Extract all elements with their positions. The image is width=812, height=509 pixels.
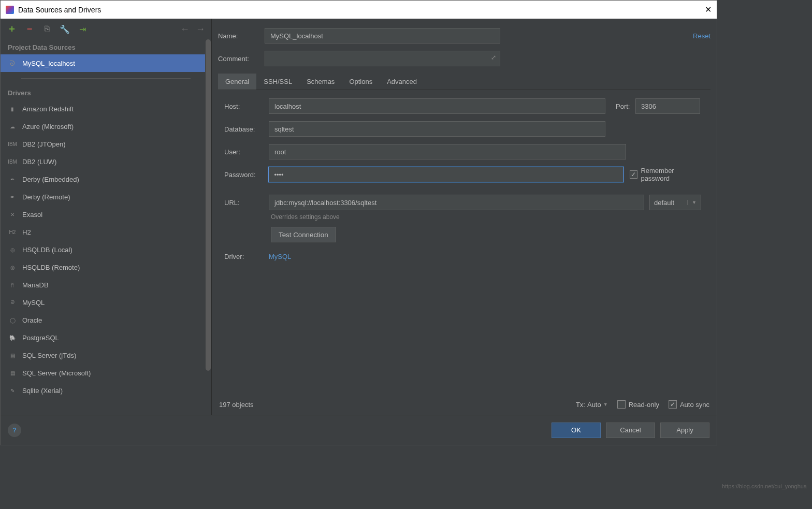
port-input[interactable]: [635, 98, 700, 114]
tab-advanced[interactable]: Advanced: [380, 74, 424, 90]
azure-icon: ☁: [8, 122, 17, 131]
objects-count: 197 objects: [219, 401, 254, 409]
source-item[interactable]: ᘐMySQL_localhost: [1, 54, 211, 72]
autosync-checkbox[interactable]: [669, 400, 677, 409]
drivers-list: ▮Amazon Redshift☁Azure (Microsoft)IBMDB2…: [1, 100, 211, 399]
back-arrow-icon[interactable]: ←: [180, 24, 190, 35]
user-label: User:: [224, 148, 269, 156]
autosync-label: Auto sync: [680, 401, 709, 409]
forward-arrow-icon[interactable]: →: [196, 24, 205, 35]
remove-button[interactable]: −: [24, 24, 35, 34]
driver-label: Sqlite (Xerial): [22, 387, 63, 395]
driver-item[interactable]: ✒Derby (Remote): [1, 188, 211, 206]
driver-label: Derby (Embedded): [22, 176, 79, 183]
reset-link[interactable]: Reset: [693, 32, 711, 40]
settings-icon[interactable]: 🔧: [60, 24, 70, 34]
cancel-button[interactable]: Cancel: [606, 423, 655, 438]
driver-item[interactable]: ✕Exasol: [1, 206, 211, 223]
main-panel: Name: Reset Comment: ⤢ GeneralSSH/SSLSch…: [212, 19, 717, 415]
database-label: Database:: [224, 125, 269, 133]
add-button[interactable]: +: [7, 24, 17, 34]
driver-label: H2: [22, 228, 31, 236]
driver-item[interactable]: ✎Sqlite (Xerial): [1, 382, 211, 399]
tab-general: Host: Port: Database: User: Passwo: [218, 90, 711, 276]
mysql-icon: ᘐ: [8, 59, 17, 68]
driver-item[interactable]: ▤SQL Server (Microsoft): [1, 364, 211, 382]
url-mode-dropdown[interactable]: default: [649, 195, 701, 210]
driver-item[interactable]: ◎HSQLDB (Remote): [1, 258, 211, 276]
remember-label: Remember password: [641, 167, 704, 182]
tab-options[interactable]: Options: [342, 74, 380, 90]
host-input[interactable]: [269, 98, 605, 114]
driver-item[interactable]: ▮Amazon Redshift: [1, 100, 211, 118]
tab-general[interactable]: General: [218, 74, 256, 90]
db2-icon: IBM: [8, 157, 17, 166]
sqlite-icon: ✎: [8, 386, 17, 395]
driver-label: Amazon Redshift: [22, 105, 74, 113]
tx-dropdown[interactable]: Tx: Auto ▼: [576, 401, 608, 409]
h2-icon: H2: [8, 227, 17, 237]
driver-item[interactable]: IBMDB2 (JTOpen): [1, 135, 211, 153]
driver-link[interactable]: MySQL: [269, 253, 291, 260]
tab-schemas[interactable]: Schemas: [299, 74, 342, 90]
driver-item[interactable]: ✒Derby (Embedded): [1, 170, 211, 188]
copy-icon[interactable]: ⎘: [42, 24, 52, 34]
hsqldb-icon: ◎: [8, 245, 17, 254]
driver-label: SQL Server (jTds): [22, 352, 76, 359]
sources-header: Project Data Sources: [1, 39, 211, 54]
comment-input[interactable]: [265, 51, 500, 66]
driver-label: Azure (Microsoft): [22, 123, 74, 130]
driver-label: Derby (Remote): [22, 193, 70, 201]
remember-checkbox[interactable]: [630, 170, 638, 179]
expand-icon[interactable]: ⤢: [491, 54, 496, 61]
import-icon[interactable]: ⇥: [77, 24, 88, 34]
apply-button[interactable]: Apply: [660, 423, 709, 438]
driver-item[interactable]: ᛗMariaDB: [1, 276, 211, 294]
sidebar-toolbar: + − ⎘ 🔧 ⇥ ← →: [1, 19, 211, 39]
sqlserver-icon: ▤: [8, 351, 17, 360]
url-input[interactable]: [269, 195, 644, 210]
status-bar: 197 objects Tx: Auto ▼ Read-only Auto sy…: [212, 394, 717, 415]
driver-label: MySQL: [22, 299, 45, 307]
db2-icon: IBM: [8, 139, 17, 149]
scrollbar[interactable]: [205, 39, 211, 415]
window-title: Data Sources and Drivers: [18, 6, 101, 14]
driver-item[interactable]: ☁Azure (Microsoft): [1, 118, 211, 135]
password-input[interactable]: [268, 167, 623, 182]
sidebar: + − ⎘ 🔧 ⇥ ← → Project Data Sources ᘐMySQ…: [1, 19, 212, 415]
close-icon[interactable]: ✕: [705, 5, 712, 14]
driver-label: Oracle: [22, 316, 42, 324]
driver-item[interactable]: IBMDB2 (LUW): [1, 153, 211, 170]
user-input[interactable]: [269, 144, 626, 159]
app-icon: [6, 6, 14, 14]
derby-icon: ✒: [8, 174, 17, 184]
driver-item[interactable]: ◎HSQLDB (Local): [1, 241, 211, 258]
hsqldb-icon: ◎: [8, 263, 17, 272]
driver-label: Driver:: [224, 253, 269, 260]
tabs: GeneralSSH/SSLSchemasOptionsAdvanced: [218, 74, 711, 90]
name-input[interactable]: [265, 28, 500, 43]
driver-label: Exasol: [22, 211, 42, 219]
port-label: Port:: [616, 103, 635, 110]
driver-label: HSQLDB (Local): [22, 246, 72, 254]
ok-button[interactable]: OK: [552, 423, 601, 438]
source-label: MySQL_localhost: [22, 60, 75, 67]
driver-item[interactable]: H2H2: [1, 223, 211, 241]
driver-label: DB2 (LUW): [22, 158, 56, 166]
password-label: Password:: [224, 171, 268, 179]
url-hint: Overrides settings above: [271, 213, 704, 221]
driver-item[interactable]: ▤SQL Server (jTds): [1, 346, 211, 364]
divider: [21, 78, 191, 79]
postgres-icon: 🐘: [8, 333, 17, 342]
driver-item[interactable]: ◯Oracle: [1, 311, 211, 329]
driver-label: HSQLDB (Remote): [22, 264, 80, 271]
database-input[interactable]: [269, 121, 605, 137]
mariadb-icon: ᛗ: [8, 280, 17, 289]
driver-item[interactable]: 🐘PostgreSQL: [1, 329, 211, 346]
readonly-checkbox[interactable]: [617, 400, 626, 409]
help-button[interactable]: ?: [8, 424, 21, 437]
driver-item[interactable]: ᘐMySQL: [1, 294, 211, 311]
scrollbar-thumb[interactable]: [206, 39, 211, 371]
test-connection-button[interactable]: Test Connection: [271, 227, 336, 242]
tab-sshssl[interactable]: SSH/SSL: [256, 74, 299, 90]
